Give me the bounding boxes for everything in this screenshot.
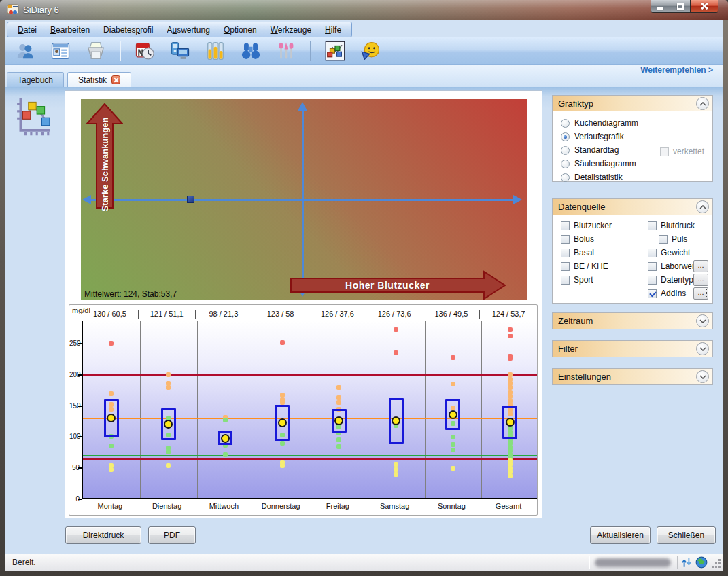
panel-datenquelle: Datenquelle BlutzuckerBolusBasalBE / KHE… bbox=[552, 198, 713, 304]
mean-marker bbox=[506, 418, 515, 427]
graphtype-option-detailstatistik[interactable]: Detailstatistik bbox=[561, 170, 712, 184]
more-button-laborwerte[interactable]: ... bbox=[693, 260, 708, 272]
status-separator bbox=[677, 556, 678, 569]
y-axis-line bbox=[302, 110, 304, 289]
more-button-addins[interactable]: ... bbox=[693, 287, 708, 300]
graphtype-option-verlaufsgrafik[interactable]: Verlaufsgrafik bbox=[561, 130, 712, 143]
expand-button[interactable] bbox=[696, 314, 709, 327]
datasource-option-puls[interactable]: Puls bbox=[659, 232, 687, 246]
search-icon[interactable] bbox=[239, 39, 262, 62]
calendar-icon[interactable] bbox=[133, 39, 156, 62]
patient-profile-icon[interactable] bbox=[14, 39, 36, 62]
toolbar bbox=[5, 37, 723, 65]
close-button[interactable] bbox=[690, 0, 718, 13]
column-header: 130 / 60,5 bbox=[82, 310, 139, 319]
lab-values-icon[interactable] bbox=[204, 39, 226, 62]
graphtype-option-säulendiagramm[interactable]: Säulendiagramm bbox=[561, 157, 712, 170]
column-header: 136 / 49,5 bbox=[423, 310, 481, 319]
panel-header[interactable]: Zeitraum bbox=[553, 313, 712, 329]
menu-item-hilfe[interactable]: Hilfe bbox=[319, 24, 347, 36]
expand-button[interactable] bbox=[696, 342, 709, 355]
graphtype-option-kuchendiagramm[interactable]: Kuchendiagramm bbox=[561, 116, 712, 130]
datasource-option-blutdruck[interactable]: Blutdruck bbox=[648, 219, 695, 232]
column-header: 124 / 53,7 bbox=[480, 310, 537, 319]
datasource-option-blutzucker[interactable]: Blutzucker bbox=[561, 219, 612, 232]
column-header: 123 / 58 bbox=[252, 310, 309, 319]
maximize-button[interactable] bbox=[670, 0, 690, 13]
globe-icon[interactable] bbox=[695, 556, 708, 569]
panel-header[interactable]: Filter bbox=[553, 341, 712, 357]
data-point bbox=[394, 472, 398, 477]
sync-icon[interactable] bbox=[680, 556, 693, 569]
checkbox-icon bbox=[648, 262, 657, 271]
menu-item-diabetesprofil[interactable]: Diabetesprofil bbox=[97, 24, 159, 36]
tab-close-icon[interactable] bbox=[111, 75, 120, 84]
statistics-graph-icon bbox=[15, 95, 52, 134]
data-point bbox=[336, 385, 341, 390]
nutrition-icon[interactable] bbox=[275, 39, 297, 62]
menu-item-datei[interactable]: Datei bbox=[12, 24, 43, 36]
y-tick-mark bbox=[78, 374, 82, 376]
data-point bbox=[109, 391, 114, 396]
recommend-link[interactable]: Weiterempfehlen > bbox=[640, 65, 713, 75]
titlebar: SiDiary 6 bbox=[0, 0, 728, 20]
menu-item-optionen[interactable]: Optionen bbox=[218, 24, 263, 36]
checkbox-icon bbox=[561, 249, 570, 257]
profile-card-icon[interactable] bbox=[49, 39, 71, 62]
datasource-option-be / khe[interactable]: BE / KHE bbox=[561, 259, 608, 273]
collapse-button[interactable] bbox=[696, 97, 709, 110]
menu-item-bearbeiten[interactable]: Bearbeiten bbox=[44, 24, 96, 36]
y-tick-mark bbox=[78, 499, 82, 500]
redacted-text bbox=[595, 558, 671, 567]
menu-item-werkzeuge[interactable]: Werkzeuge bbox=[264, 24, 317, 36]
expand-button[interactable] bbox=[696, 370, 709, 383]
stability-summary: Mittelwert: 124, Stab:53,7 bbox=[84, 289, 177, 299]
panel-header[interactable]: Einstellungen bbox=[553, 369, 712, 384]
column-separator bbox=[197, 321, 198, 498]
header-separator bbox=[691, 316, 691, 326]
mean-marker bbox=[164, 420, 173, 429]
resize-grip[interactable] bbox=[710, 558, 722, 569]
data-point bbox=[394, 350, 398, 355]
data-point bbox=[451, 466, 455, 471]
checkbox-icon bbox=[648, 249, 657, 257]
data-point bbox=[451, 355, 455, 360]
more-button-datentypen[interactable]: ... bbox=[693, 274, 708, 286]
panel-zeitraum: Zeitraum bbox=[552, 312, 713, 329]
column-separator bbox=[311, 321, 311, 498]
datasource-option-addins[interactable]: AddIns bbox=[648, 287, 686, 300]
column-header: 126 / 73,6 bbox=[366, 310, 423, 319]
device-sync-icon[interactable] bbox=[169, 39, 191, 62]
print-icon[interactable] bbox=[84, 39, 107, 62]
checkbox-icon[interactable] bbox=[660, 147, 669, 156]
datasource-option-basal[interactable]: Basal bbox=[561, 246, 594, 259]
panel-title: Zeitraum bbox=[558, 316, 593, 326]
option-label: AddIns bbox=[661, 289, 686, 298]
statistics-icon[interactable] bbox=[324, 39, 346, 62]
minimize-button[interactable] bbox=[651, 0, 670, 13]
direct-print-button[interactable]: Direktdruck bbox=[65, 526, 141, 544]
radio-icon bbox=[561, 160, 570, 168]
tab-tagebuch[interactable]: Tagebuch bbox=[7, 72, 64, 87]
y-tick-mark bbox=[78, 406, 82, 407]
column-header: 126 / 37,6 bbox=[309, 310, 366, 319]
close-view-button[interactable]: Schließen bbox=[657, 526, 716, 544]
radio-icon bbox=[561, 146, 570, 155]
pdf-button[interactable]: PDF bbox=[148, 526, 196, 544]
radio-icon bbox=[561, 132, 570, 141]
menu-bar: DateiBearbeitenDiabetesprofilAuswertungO… bbox=[7, 22, 352, 37]
app-area: DateiBearbeitenDiabetesprofilAuswertungO… bbox=[5, 20, 723, 571]
datasource-option-gewicht[interactable]: Gewicht bbox=[648, 246, 690, 259]
datasource-option-bolus[interactable]: Bolus bbox=[561, 232, 594, 246]
day-label: Donnerstag bbox=[252, 502, 309, 510]
refresh-button[interactable]: Aktualisieren bbox=[590, 526, 651, 544]
panel-header[interactable]: Grafiktyp bbox=[553, 96, 712, 111]
header-separator bbox=[691, 98, 691, 109]
data-point bbox=[336, 437, 341, 442]
collapse-button[interactable] bbox=[696, 200, 709, 213]
menu-item-auswertung[interactable]: Auswertung bbox=[161, 24, 216, 36]
tab-statistik[interactable]: Statistik bbox=[67, 72, 131, 87]
datasource-option-sport[interactable]: Sport bbox=[561, 273, 593, 287]
panel-header[interactable]: Datenquelle bbox=[553, 199, 712, 215]
feedback-icon[interactable] bbox=[359, 39, 381, 62]
